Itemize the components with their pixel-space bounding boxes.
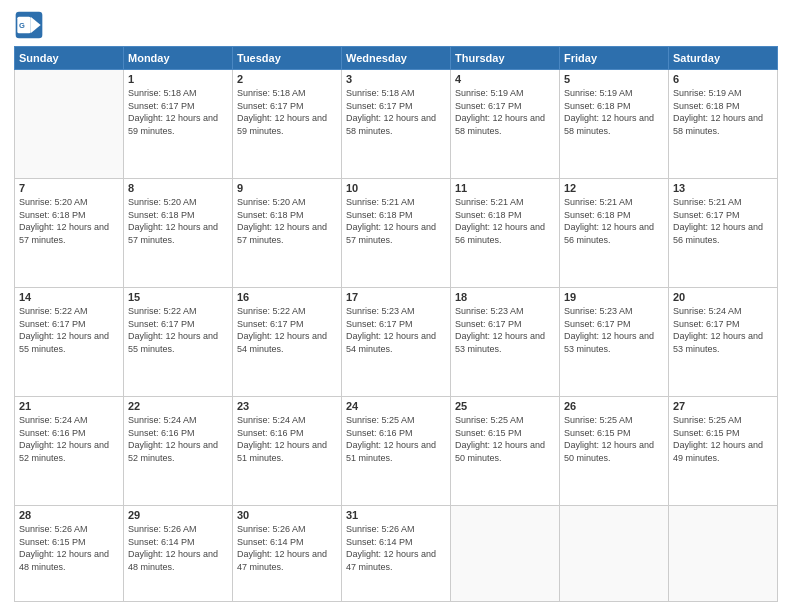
calendar-cell [451, 506, 560, 602]
calendar-cell: 28Sunrise: 5:26 AMSunset: 6:15 PMDayligh… [15, 506, 124, 602]
svg-text:G: G [19, 21, 25, 30]
day-number: 30 [237, 509, 337, 521]
calendar-table: SundayMondayTuesdayWednesdayThursdayFrid… [14, 46, 778, 602]
day-info: Sunrise: 5:20 AMSunset: 6:18 PMDaylight:… [237, 196, 337, 246]
day-number: 23 [237, 400, 337, 412]
day-number: 8 [128, 182, 228, 194]
day-info: Sunrise: 5:26 AMSunset: 6:14 PMDaylight:… [346, 523, 446, 573]
weekday-header-monday: Monday [124, 47, 233, 70]
calendar-week-row: 1Sunrise: 5:18 AMSunset: 6:17 PMDaylight… [15, 70, 778, 179]
calendar-cell: 22Sunrise: 5:24 AMSunset: 6:16 PMDayligh… [124, 397, 233, 506]
calendar-cell: 6Sunrise: 5:19 AMSunset: 6:18 PMDaylight… [669, 70, 778, 179]
day-number: 24 [346, 400, 446, 412]
day-number: 18 [455, 291, 555, 303]
weekday-header-sunday: Sunday [15, 47, 124, 70]
calendar-cell [560, 506, 669, 602]
day-info: Sunrise: 5:25 AMSunset: 6:15 PMDaylight:… [673, 414, 773, 464]
calendar-week-row: 7Sunrise: 5:20 AMSunset: 6:18 PMDaylight… [15, 179, 778, 288]
day-number: 2 [237, 73, 337, 85]
day-info: Sunrise: 5:22 AMSunset: 6:17 PMDaylight:… [128, 305, 228, 355]
day-number: 17 [346, 291, 446, 303]
calendar-cell: 29Sunrise: 5:26 AMSunset: 6:14 PMDayligh… [124, 506, 233, 602]
logo-icon: G [14, 10, 44, 40]
day-info: Sunrise: 5:26 AMSunset: 6:14 PMDaylight:… [128, 523, 228, 573]
calendar-cell: 16Sunrise: 5:22 AMSunset: 6:17 PMDayligh… [233, 288, 342, 397]
day-info: Sunrise: 5:24 AMSunset: 6:16 PMDaylight:… [19, 414, 119, 464]
calendar-cell: 30Sunrise: 5:26 AMSunset: 6:14 PMDayligh… [233, 506, 342, 602]
calendar-cell: 3Sunrise: 5:18 AMSunset: 6:17 PMDaylight… [342, 70, 451, 179]
day-number: 12 [564, 182, 664, 194]
calendar-cell: 27Sunrise: 5:25 AMSunset: 6:15 PMDayligh… [669, 397, 778, 506]
day-info: Sunrise: 5:23 AMSunset: 6:17 PMDaylight:… [564, 305, 664, 355]
logo: G [14, 10, 48, 40]
day-number: 3 [346, 73, 446, 85]
calendar-cell: 7Sunrise: 5:20 AMSunset: 6:18 PMDaylight… [15, 179, 124, 288]
calendar-cell: 21Sunrise: 5:24 AMSunset: 6:16 PMDayligh… [15, 397, 124, 506]
day-info: Sunrise: 5:26 AMSunset: 6:14 PMDaylight:… [237, 523, 337, 573]
calendar-cell [669, 506, 778, 602]
day-number: 27 [673, 400, 773, 412]
calendar-cell: 24Sunrise: 5:25 AMSunset: 6:16 PMDayligh… [342, 397, 451, 506]
calendar-cell: 20Sunrise: 5:24 AMSunset: 6:17 PMDayligh… [669, 288, 778, 397]
page: G SundayMondayTuesdayWednesdayThursdayFr… [0, 0, 792, 612]
day-info: Sunrise: 5:23 AMSunset: 6:17 PMDaylight:… [346, 305, 446, 355]
day-number: 4 [455, 73, 555, 85]
calendar-cell: 19Sunrise: 5:23 AMSunset: 6:17 PMDayligh… [560, 288, 669, 397]
calendar-week-row: 14Sunrise: 5:22 AMSunset: 6:17 PMDayligh… [15, 288, 778, 397]
calendar-cell: 26Sunrise: 5:25 AMSunset: 6:15 PMDayligh… [560, 397, 669, 506]
calendar-cell: 23Sunrise: 5:24 AMSunset: 6:16 PMDayligh… [233, 397, 342, 506]
day-number: 9 [237, 182, 337, 194]
day-number: 22 [128, 400, 228, 412]
calendar-cell: 8Sunrise: 5:20 AMSunset: 6:18 PMDaylight… [124, 179, 233, 288]
day-number: 21 [19, 400, 119, 412]
day-info: Sunrise: 5:18 AMSunset: 6:17 PMDaylight:… [237, 87, 337, 137]
calendar-cell: 11Sunrise: 5:21 AMSunset: 6:18 PMDayligh… [451, 179, 560, 288]
day-number: 14 [19, 291, 119, 303]
day-info: Sunrise: 5:21 AMSunset: 6:18 PMDaylight:… [455, 196, 555, 246]
day-info: Sunrise: 5:25 AMSunset: 6:15 PMDaylight:… [564, 414, 664, 464]
day-number: 16 [237, 291, 337, 303]
calendar-cell: 15Sunrise: 5:22 AMSunset: 6:17 PMDayligh… [124, 288, 233, 397]
calendar-cell: 12Sunrise: 5:21 AMSunset: 6:18 PMDayligh… [560, 179, 669, 288]
calendar-cell: 17Sunrise: 5:23 AMSunset: 6:17 PMDayligh… [342, 288, 451, 397]
calendar-cell: 5Sunrise: 5:19 AMSunset: 6:18 PMDaylight… [560, 70, 669, 179]
day-info: Sunrise: 5:23 AMSunset: 6:17 PMDaylight:… [455, 305, 555, 355]
calendar-cell: 25Sunrise: 5:25 AMSunset: 6:15 PMDayligh… [451, 397, 560, 506]
day-number: 11 [455, 182, 555, 194]
day-number: 25 [455, 400, 555, 412]
day-info: Sunrise: 5:18 AMSunset: 6:17 PMDaylight:… [346, 87, 446, 137]
day-number: 20 [673, 291, 773, 303]
day-number: 29 [128, 509, 228, 521]
day-number: 10 [346, 182, 446, 194]
day-info: Sunrise: 5:22 AMSunset: 6:17 PMDaylight:… [237, 305, 337, 355]
day-info: Sunrise: 5:20 AMSunset: 6:18 PMDaylight:… [128, 196, 228, 246]
day-number: 28 [19, 509, 119, 521]
day-info: Sunrise: 5:22 AMSunset: 6:17 PMDaylight:… [19, 305, 119, 355]
day-number: 31 [346, 509, 446, 521]
calendar-week-row: 28Sunrise: 5:26 AMSunset: 6:15 PMDayligh… [15, 506, 778, 602]
weekday-header-tuesday: Tuesday [233, 47, 342, 70]
weekday-header-saturday: Saturday [669, 47, 778, 70]
day-info: Sunrise: 5:21 AMSunset: 6:18 PMDaylight:… [346, 196, 446, 246]
calendar-cell: 18Sunrise: 5:23 AMSunset: 6:17 PMDayligh… [451, 288, 560, 397]
day-info: Sunrise: 5:25 AMSunset: 6:16 PMDaylight:… [346, 414, 446, 464]
day-number: 6 [673, 73, 773, 85]
weekday-header-thursday: Thursday [451, 47, 560, 70]
day-number: 15 [128, 291, 228, 303]
calendar-cell: 2Sunrise: 5:18 AMSunset: 6:17 PMDaylight… [233, 70, 342, 179]
day-info: Sunrise: 5:21 AMSunset: 6:17 PMDaylight:… [673, 196, 773, 246]
calendar-cell: 13Sunrise: 5:21 AMSunset: 6:17 PMDayligh… [669, 179, 778, 288]
calendar-cell: 1Sunrise: 5:18 AMSunset: 6:17 PMDaylight… [124, 70, 233, 179]
day-info: Sunrise: 5:24 AMSunset: 6:16 PMDaylight:… [237, 414, 337, 464]
day-number: 13 [673, 182, 773, 194]
day-number: 7 [19, 182, 119, 194]
day-info: Sunrise: 5:19 AMSunset: 6:17 PMDaylight:… [455, 87, 555, 137]
weekday-header-friday: Friday [560, 47, 669, 70]
day-info: Sunrise: 5:24 AMSunset: 6:16 PMDaylight:… [128, 414, 228, 464]
calendar-cell: 10Sunrise: 5:21 AMSunset: 6:18 PMDayligh… [342, 179, 451, 288]
calendar-week-row: 21Sunrise: 5:24 AMSunset: 6:16 PMDayligh… [15, 397, 778, 506]
weekday-header-wednesday: Wednesday [342, 47, 451, 70]
header: G [14, 10, 778, 40]
day-info: Sunrise: 5:18 AMSunset: 6:17 PMDaylight:… [128, 87, 228, 137]
day-info: Sunrise: 5:19 AMSunset: 6:18 PMDaylight:… [673, 87, 773, 137]
